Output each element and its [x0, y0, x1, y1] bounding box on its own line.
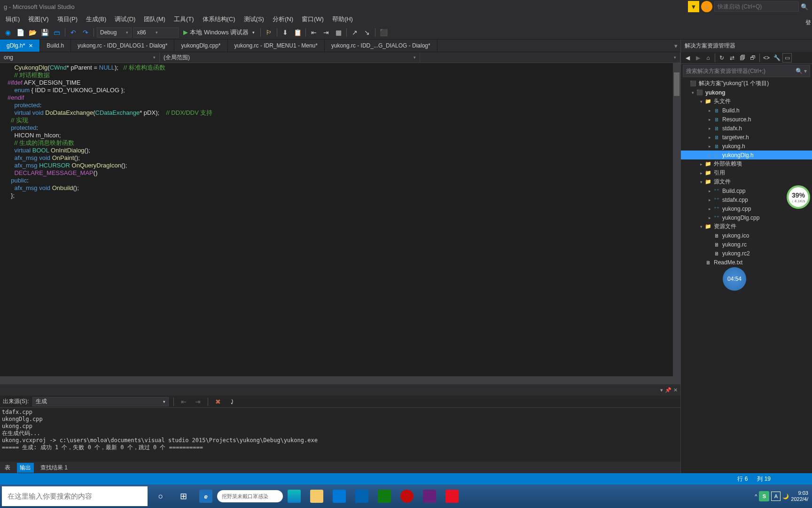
- tree-expand-icon[interactable]: ▸: [706, 108, 713, 113]
- search-icon[interactable]: 🔍: [801, 3, 808, 10]
- tree-row[interactable]: 🗎yukong.rc2: [681, 249, 812, 258]
- tree-row[interactable]: ▾⬛yukong: [681, 88, 812, 97]
- menu-item[interactable]: 调试(D): [111, 13, 139, 25]
- menu-item[interactable]: 团队(M): [140, 13, 169, 25]
- photos-icon[interactable]: [373, 486, 396, 506]
- tree-row[interactable]: ⬛解决方案"yukong"(1 个项目): [681, 79, 812, 88]
- tree-row[interactable]: ▸📁外部依赖项: [681, 159, 812, 168]
- panel-close-icon[interactable]: ✕: [673, 387, 678, 393]
- tree-expand-icon[interactable]: ▾: [698, 224, 704, 229]
- tree-row[interactable]: ▸🗎Build.h: [681, 106, 812, 115]
- nav-scope-dropdown[interactable]: ong: [0, 52, 160, 63]
- menu-item[interactable]: 辑(E): [2, 13, 23, 25]
- panel-pin-icon[interactable]: 📌: [665, 387, 671, 393]
- tree-row[interactable]: ▾📁头文件: [681, 97, 812, 106]
- output-tab[interactable]: 表: [2, 463, 13, 473]
- sln-back-icon[interactable]: ◀: [683, 53, 692, 63]
- tree-row[interactable]: ▸🗎Resource.h: [681, 115, 812, 124]
- tree-expand-icon[interactable]: ▸: [698, 162, 704, 167]
- sln-code-icon[interactable]: <>: [762, 53, 771, 63]
- menu-item[interactable]: 项目(P): [54, 13, 81, 25]
- save-icon[interactable]: 💾: [39, 27, 50, 38]
- tree-row[interactable]: ▸🗎yukongDlg.h: [681, 151, 812, 159]
- config-dropdown[interactable]: Debug: [97, 27, 132, 38]
- tree-expand-icon[interactable]: ▸: [706, 198, 713, 202]
- tree-expand-icon[interactable]: ▸: [706, 153, 713, 158]
- tree-expand-icon[interactable]: ▸: [706, 126, 713, 131]
- tb-icon-2[interactable]: ⬇: [280, 27, 290, 38]
- sln-sync-icon[interactable]: ⇄: [727, 53, 737, 63]
- quicklaunch-input[interactable]: [714, 1, 799, 12]
- floating-percent-widget[interactable]: 39% ↓ 4.1K/s: [787, 185, 810, 209]
- tree-row[interactable]: 🗎ReadMe.txt: [681, 258, 812, 267]
- login-link[interactable]: 登: [805, 19, 811, 27]
- tray-night-icon[interactable]: 🌙: [782, 493, 789, 500]
- sln-collapse-icon[interactable]: 🗐: [738, 53, 747, 63]
- nav-right-dropdown[interactable]: [420, 52, 680, 63]
- sln-properties-icon[interactable]: 🔧: [772, 53, 781, 63]
- tree-expand-icon[interactable]: ▾: [689, 90, 696, 95]
- indent-right-icon[interactable]: ⇥: [321, 27, 331, 38]
- notification-flag-icon[interactable]: ▼: [688, 1, 699, 12]
- feedback-smiley-icon[interactable]: ☺: [701, 1, 712, 12]
- sln-fwd-icon[interactable]: ▶: [693, 53, 703, 63]
- saveall-icon[interactable]: 🗃: [52, 27, 62, 38]
- edge-icon[interactable]: [283, 486, 305, 506]
- new-file-icon[interactable]: 📄: [15, 27, 25, 38]
- run-debugger-button[interactable]: ▶本地 Windows 调试器▾: [180, 27, 258, 38]
- sln-preview-icon[interactable]: ▭: [782, 53, 792, 63]
- visualstudio-icon[interactable]: [418, 486, 441, 506]
- tree-expand-icon[interactable]: ▾: [698, 99, 704, 104]
- windows-search-input[interactable]: 在这里输入你要搜索的内容: [2, 486, 148, 506]
- solution-search-input[interactable]: 搜索解决方案资源管理器(Ctrl+;) 🔍 ▾: [683, 65, 810, 77]
- tree-row[interactable]: 🗎yukong.rc: [681, 240, 812, 249]
- tb-icon-3[interactable]: 📋: [292, 27, 303, 38]
- nav-member-dropdown[interactable]: (全局范围): [160, 52, 420, 63]
- menu-item[interactable]: 视图(V): [24, 13, 52, 25]
- video-icon[interactable]: [441, 486, 463, 506]
- tree-expand-icon[interactable]: ▸: [706, 135, 713, 140]
- system-tray[interactable]: ^ S A 🌙 9:03 2022/4/: [751, 490, 812, 502]
- back-nav-icon[interactable]: ◉: [3, 27, 13, 38]
- menu-item[interactable]: 窗口(W): [298, 13, 328, 25]
- tree-row[interactable]: 🗎yukong.ico: [681, 231, 812, 240]
- tray-ime-icon[interactable]: S: [759, 491, 769, 501]
- output-next-icon[interactable]: ⇥: [193, 397, 203, 407]
- solution-tree[interactable]: ⬛解决方案"yukong"(1 个项目)▾⬛yukong▾📁头文件▸🗎Build…: [681, 78, 812, 473]
- tray-expand-icon[interactable]: ^: [755, 493, 757, 499]
- edge-search-pill[interactable]: 挖野菜未戴口罩感染: [217, 490, 283, 502]
- redo-icon[interactable]: ↷: [80, 27, 91, 38]
- menu-item[interactable]: 生成(B): [82, 13, 110, 25]
- menu-item[interactable]: 分析(N): [269, 13, 297, 25]
- scrollbar-horizontal[interactable]: [0, 376, 680, 384]
- comment-icon[interactable]: ▦: [333, 27, 344, 38]
- tree-expand-icon[interactable]: ▸: [706, 117, 713, 122]
- indent-left-icon[interactable]: ⇤: [309, 27, 319, 38]
- tree-row[interactable]: ▸🗎targetver.h: [681, 133, 812, 142]
- tree-row[interactable]: ▸🗎stdafx.h: [681, 124, 812, 133]
- tb-icon-8[interactable]: ↘: [362, 27, 372, 38]
- tree-row[interactable]: ▸📁引用: [681, 168, 812, 177]
- platform-dropdown[interactable]: x86: [133, 27, 179, 38]
- tree-expand-icon[interactable]: ▸: [706, 215, 713, 220]
- menu-item[interactable]: 帮助(H): [328, 13, 357, 25]
- ie-icon[interactable]: e: [195, 486, 217, 506]
- menu-item[interactable]: 体系结构(C): [199, 13, 239, 25]
- tree-expand-icon[interactable]: ▸: [706, 144, 713, 149]
- tree-row[interactable]: ▸🗎yukong.h: [681, 142, 812, 151]
- open-file-icon[interactable]: 📂: [27, 27, 38, 38]
- document-tab[interactable]: Build.h: [40, 40, 71, 52]
- mail-icon[interactable]: [351, 486, 373, 506]
- scrollbar-vertical[interactable]: [673, 63, 680, 376]
- tab-close-icon[interactable]: ✕: [29, 43, 33, 49]
- document-tab[interactable]: yukong.rc - IDD_DIALOG1 - Dialog*: [71, 40, 174, 52]
- document-tab[interactable]: gDlg.h*✕: [0, 40, 40, 52]
- tree-expand-icon[interactable]: ▸: [706, 206, 713, 211]
- output-tab[interactable]: 输出: [17, 463, 34, 473]
- tabs-overflow-icon[interactable]: ▾: [674, 42, 678, 49]
- tree-row[interactable]: ▾📁源文件: [681, 177, 812, 186]
- store-icon[interactable]: [328, 486, 351, 506]
- tb-icon-9[interactable]: ⬛: [378, 27, 389, 38]
- tb-icon-7[interactable]: ↗: [350, 27, 360, 38]
- tree-row[interactable]: ▾📁资源文件: [681, 222, 812, 231]
